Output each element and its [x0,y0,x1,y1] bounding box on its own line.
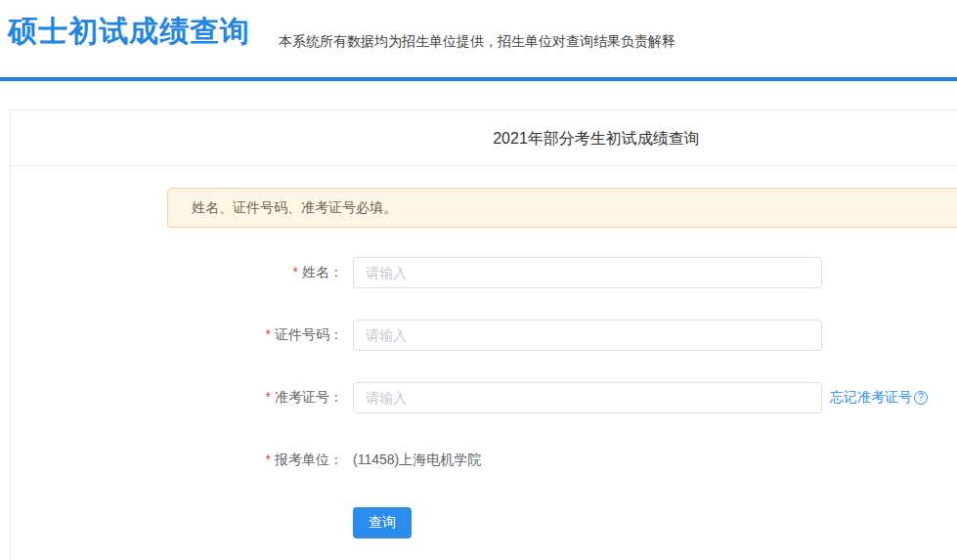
help-question-icon[interactable]: ? [914,391,928,405]
query-form: *姓名： *证件号码： *准考证号： [11,257,957,538]
header-divider [0,77,957,81]
name-input[interactable] [353,257,822,288]
required-star: * [266,389,271,405]
notice-text: 姓名、证件号码、准考证号必填。 [192,199,397,217]
page-subtitle: 本系统所有数据均为招生单位提供，招生单位对查询结果负责解释 [279,33,675,51]
name-control [353,257,822,288]
name-label: *姓名： [11,264,343,281]
id-number-label: *证件号码： [11,326,343,344]
forgot-ticket-label: 忘记准考证号 [830,389,912,407]
unit-value: (11458)上海电机学院 [353,452,481,469]
id-number-control [353,320,822,351]
form-row-submit: 查询 [11,507,957,538]
ticket-label: *准考证号： [11,389,343,407]
form-row-id-number: *证件号码： [11,320,957,351]
query-button[interactable]: 查询 [353,507,412,538]
form-row-unit: *报考单位： (11458)上海电机学院 [11,445,957,476]
required-star: * [293,264,298,280]
form-row-name: *姓名： [11,257,957,288]
card-title: 2021年部分考生初试成绩查询 [11,110,957,166]
unit-control: (11458)上海电机学院 [353,452,481,469]
page-title: 硕士初试成绩查询 [8,12,250,52]
required-star: * [266,452,271,467]
ticket-control: 忘记准考证号 ? [353,382,928,413]
id-number-input[interactable] [353,320,822,351]
forgot-ticket-link[interactable]: 忘记准考证号 ? [830,389,928,407]
card-body: 姓名、证件号码、准考证号必填。 *姓名： *证件号码： [11,166,957,538]
ticket-input[interactable] [353,382,822,413]
form-row-ticket: *准考证号： 忘记准考证号 ? [11,382,957,413]
query-card: 2021年部分考生初试成绩查询 姓名、证件号码、准考证号必填。 *姓名： *证件… [10,109,957,560]
required-fields-notice: 姓名、证件号码、准考证号必填。 [167,188,957,228]
required-star: * [266,326,271,342]
page-header: 硕士初试成绩查询 本系统所有数据均为招生单位提供，招生单位对查询结果负责解释 [0,0,957,77]
unit-label: *报考单位： [11,452,343,469]
